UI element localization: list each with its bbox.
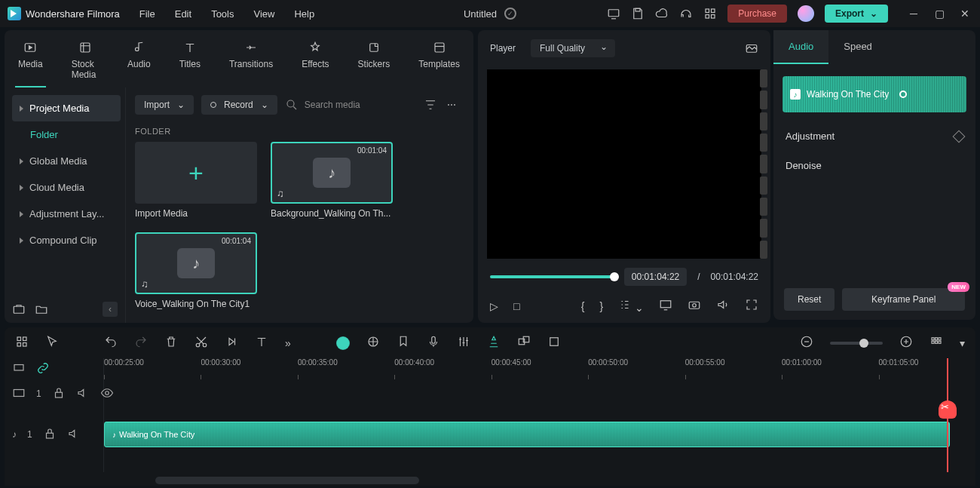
track-size-icon[interactable] — [929, 335, 943, 351]
track-headers: 1 ♪ 1 — [5, 358, 104, 472]
sidebar-folder[interactable]: Folder — [12, 121, 121, 148]
inspector-tab-speed[interactable]: Speed — [828, 30, 887, 64]
section-denoise[interactable]: Denoise — [773, 151, 975, 180]
tab-titles[interactable]: Titles — [176, 36, 204, 87]
camera-icon[interactable] — [688, 298, 701, 314]
quality-dropdown[interactable]: Full Quality — [531, 39, 615, 57]
lock-icon[interactable] — [43, 427, 57, 443]
text-icon[interactable] — [255, 335, 268, 351]
tab-transitions[interactable]: Transitions — [226, 36, 276, 87]
sidebar-compound-clip[interactable]: Compound Clip — [12, 227, 121, 253]
new-bin-icon[interactable] — [12, 302, 26, 316]
tab-stock-media[interactable]: Stock Media — [69, 36, 102, 87]
tab-audio[interactable]: Audio — [124, 36, 154, 87]
audio-clip[interactable]: ♪ Walking On The City — [104, 422, 950, 447]
volume-icon[interactable] — [716, 298, 730, 314]
stop-button[interactable]: □ — [513, 300, 519, 312]
mark-in-icon[interactable]: { — [581, 300, 585, 312]
cut-icon[interactable] — [194, 335, 208, 351]
keyframe-panel-button[interactable]: Keyframe PanelNEW — [842, 288, 965, 311]
fullscreen-icon[interactable] — [745, 298, 758, 314]
menu-file[interactable]: File — [139, 8, 155, 20]
inspector-tab-audio[interactable]: Audio — [773, 30, 828, 64]
collapse-sidebar-button[interactable]: ‹ — [103, 302, 118, 317]
tab-templates[interactable]: Templates — [415, 36, 463, 87]
speed-icon[interactable] — [225, 335, 238, 351]
mark-out-icon[interactable]: } — [599, 300, 603, 312]
reset-button[interactable]: Reset — [784, 288, 835, 311]
track-options-icon[interactable]: ▾ — [960, 337, 965, 349]
close-button[interactable]: ✕ — [957, 8, 972, 20]
cursor-icon[interactable] — [45, 335, 59, 351]
render-icon[interactable] — [487, 335, 501, 351]
new-folder-icon[interactable] — [35, 302, 48, 316]
video-track-head[interactable]: 1 — [5, 379, 103, 408]
minimize-button[interactable]: ─ — [906, 8, 921, 20]
audio-track-head[interactable]: ♪ 1 — [5, 420, 103, 449]
record-dropdown[interactable]: Record⌄ — [201, 95, 277, 115]
clip-preview[interactable]: ♪ Walking On The City — [782, 76, 966, 112]
menu-tools[interactable]: Tools — [211, 8, 234, 20]
progress-bar[interactable] — [490, 275, 614, 278]
layout-icon[interactable] — [15, 335, 29, 351]
device-icon[interactable] — [607, 7, 620, 20]
redo-icon[interactable] — [134, 335, 148, 351]
link-icon[interactable] — [36, 361, 50, 377]
purchase-button[interactable]: Purchase — [727, 5, 787, 23]
timeline-tracks[interactable]: 00:00:25:00 00:00:30:00 00:00:35:00 00:0… — [104, 358, 975, 472]
time-ruler[interactable]: 00:00:25:00 00:00:30:00 00:00:35:00 00:0… — [104, 358, 975, 379]
mic-icon[interactable] — [427, 335, 440, 351]
timeline-scrollbar[interactable] — [155, 477, 419, 484]
apps-icon[interactable] — [703, 7, 717, 20]
delete-icon[interactable] — [164, 335, 178, 351]
card-import[interactable]: + Import Media — [135, 142, 257, 219]
menu-edit[interactable]: Edit — [175, 8, 191, 20]
sidebar-global-media[interactable]: Global Media — [12, 148, 121, 174]
audio-lane[interactable]: ♪ Walking On The City — [104, 420, 975, 449]
import-dropdown[interactable]: Import⌄ — [135, 95, 194, 115]
save-icon[interactable] — [631, 7, 645, 20]
menu-view[interactable]: View — [253, 8, 274, 20]
user-avatar[interactable] — [798, 5, 814, 22]
search-media[interactable]: Search media — [285, 98, 416, 112]
magnet-icon[interactable] — [12, 361, 26, 377]
cloud-icon[interactable] — [655, 7, 669, 20]
diamond-icon — [953, 130, 966, 143]
sidebar-project-media[interactable]: Project Media — [12, 95, 121, 121]
crop-icon[interactable] — [547, 335, 561, 351]
tab-media[interactable]: Media — [15, 36, 46, 87]
section-adjustment[interactable]: Adjustment — [773, 121, 975, 151]
color-icon[interactable] — [366, 335, 380, 351]
marker-icon[interactable] — [397, 335, 410, 351]
zoom-out-icon[interactable] — [800, 335, 813, 351]
card-background-audio[interactable]: 00:01:04♪♫ Background_Walking On Th... — [271, 142, 393, 219]
headphones-icon[interactable] — [679, 7, 693, 20]
mute-icon[interactable] — [67, 427, 81, 443]
tab-stickers[interactable]: Stickers — [355, 36, 394, 87]
zoom-slider[interactable] — [830, 342, 883, 345]
menu-help[interactable]: Help — [294, 8, 314, 20]
maximize-button[interactable]: ▢ — [932, 8, 947, 20]
audio-mix-icon[interactable] — [457, 335, 470, 351]
export-button[interactable]: Export⌄ — [825, 5, 888, 23]
playhead[interactable] — [947, 358, 948, 472]
card-voice-audio[interactable]: 00:01:04♪♫ Voice_Walking On The City1 — [135, 232, 257, 309]
sidebar-cloud-media[interactable]: Cloud Media — [12, 174, 121, 201]
ai-icon[interactable] — [336, 336, 350, 350]
more-icon[interactable]: ⋯ — [445, 98, 458, 112]
video-lane[interactable] — [104, 379, 975, 408]
display-icon[interactable] — [659, 298, 672, 314]
lock-icon[interactable] — [52, 386, 66, 402]
marker-list-icon[interactable]: ⌄ — [618, 298, 644, 314]
mute-icon[interactable] — [76, 386, 90, 402]
video-preview[interactable] — [487, 69, 761, 259]
sidebar-adjustment-layer[interactable]: Adjustment Lay... — [12, 201, 121, 227]
snapshot-icon[interactable] — [745, 41, 758, 55]
play-button[interactable]: ▷ — [490, 300, 498, 312]
zoom-in-icon[interactable] — [899, 335, 913, 351]
group-icon[interactable] — [517, 335, 531, 351]
undo-icon[interactable] — [104, 335, 118, 351]
tab-effects[interactable]: Effects — [299, 36, 332, 87]
filter-icon[interactable] — [424, 98, 437, 112]
more-tools-icon[interactable]: » — [285, 337, 291, 349]
